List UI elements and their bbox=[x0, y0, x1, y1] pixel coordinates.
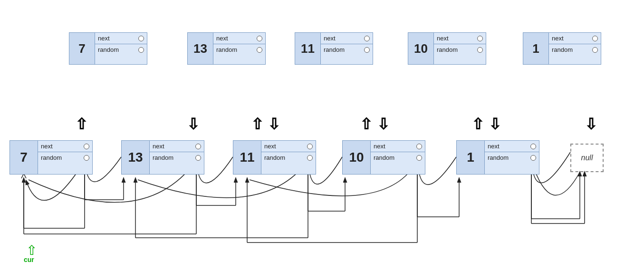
node-val-11-top: 11 bbox=[295, 32, 321, 65]
bottom-node-13: 13 next random bbox=[121, 140, 204, 175]
random-circle-1-bot bbox=[530, 155, 536, 161]
arrow-up-11a: ⇧ bbox=[251, 117, 264, 132]
random-circle-7-top bbox=[138, 47, 144, 53]
next-circle-1-bot bbox=[530, 144, 536, 149]
node-next-10-bot: next bbox=[371, 141, 425, 152]
node-random-11-bot: random bbox=[261, 152, 316, 163]
node-next-13-top: next bbox=[213, 33, 265, 44]
bottom-node-7: 7 next random bbox=[10, 140, 93, 175]
bottom-node-10: 10 next random bbox=[342, 140, 425, 175]
next-circle-10-bot bbox=[416, 144, 422, 149]
arrow-up-7: ⇧ bbox=[75, 117, 88, 132]
node-random-13-top: random bbox=[213, 44, 265, 55]
node-random-10-top: random bbox=[434, 44, 486, 55]
next-circle-7-top bbox=[138, 36, 144, 41]
node-random-7-bot: random bbox=[38, 152, 92, 163]
node-val-13-bot: 13 bbox=[121, 140, 150, 175]
node-random-7-top: random bbox=[95, 44, 147, 55]
node-val-10-bot: 10 bbox=[342, 140, 371, 175]
node-val-13-top: 13 bbox=[187, 32, 213, 65]
node-next-13-bot: next bbox=[150, 141, 204, 152]
node-val-7-bot: 7 bbox=[10, 140, 38, 175]
top-node-1: 1 next random bbox=[523, 32, 601, 65]
null-label: null bbox=[581, 154, 593, 162]
next-circle-1-top bbox=[592, 36, 598, 41]
node-random-1-bot: random bbox=[485, 152, 539, 163]
random-circle-10-top bbox=[477, 47, 483, 53]
node-val-10-top: 10 bbox=[408, 32, 434, 65]
arrow-up-10a: ⇧ bbox=[360, 117, 373, 132]
arrow-down-1b: ⇩ bbox=[489, 117, 501, 132]
node-next-7-bot: next bbox=[38, 141, 92, 152]
top-node-13: 13 next random bbox=[187, 32, 266, 65]
next-circle-10-top bbox=[477, 36, 483, 41]
random-circle-1-top bbox=[592, 47, 598, 53]
node-val-1-top: 1 bbox=[523, 32, 549, 65]
node-next-1-bot: next bbox=[485, 141, 539, 152]
next-circle-13-bot bbox=[195, 144, 201, 149]
node-random-13-bot: random bbox=[150, 152, 204, 163]
node-random-11-top: random bbox=[321, 44, 373, 55]
next-circle-7-bot bbox=[84, 144, 89, 149]
node-next-10-top: next bbox=[434, 33, 486, 44]
random-circle-7-bot bbox=[84, 155, 89, 161]
null-node: null bbox=[570, 144, 604, 172]
node-val-7-top: 7 bbox=[69, 32, 95, 65]
top-node-7: 7 next random bbox=[69, 32, 147, 65]
random-circle-13-top bbox=[257, 47, 262, 53]
random-circle-13-bot bbox=[195, 155, 201, 161]
node-random-1-top: random bbox=[549, 44, 601, 55]
node-next-7-top: next bbox=[95, 33, 147, 44]
next-circle-13-top bbox=[257, 36, 262, 41]
random-circle-10-bot bbox=[416, 155, 422, 161]
top-node-11: 11 next random bbox=[295, 32, 373, 65]
bottom-node-1: 1 next random bbox=[456, 140, 539, 175]
bottom-node-11: 11 next random bbox=[233, 140, 316, 175]
top-node-10: 10 next random bbox=[408, 32, 486, 65]
arrow-down-null: ⇩ bbox=[585, 117, 597, 132]
arrow-down-10b: ⇩ bbox=[377, 117, 390, 132]
random-circle-11-top bbox=[364, 47, 370, 53]
node-random-10-bot: random bbox=[371, 152, 425, 163]
arrow-down-11b: ⇩ bbox=[268, 117, 280, 132]
next-circle-11-bot bbox=[307, 144, 313, 149]
node-val-11-bot: 11 bbox=[233, 140, 261, 175]
node-next-1-top: next bbox=[549, 33, 601, 44]
next-circle-11-top bbox=[364, 36, 370, 41]
arrow-up-1a: ⇧ bbox=[471, 117, 484, 132]
arrow-down-13: ⇩ bbox=[187, 117, 200, 132]
cur-label: cur bbox=[24, 256, 34, 263]
node-next-11-top: next bbox=[321, 33, 373, 44]
node-val-1-bot: 1 bbox=[456, 140, 485, 175]
random-circle-11-bot bbox=[307, 155, 313, 161]
node-next-11-bot: next bbox=[261, 141, 316, 152]
